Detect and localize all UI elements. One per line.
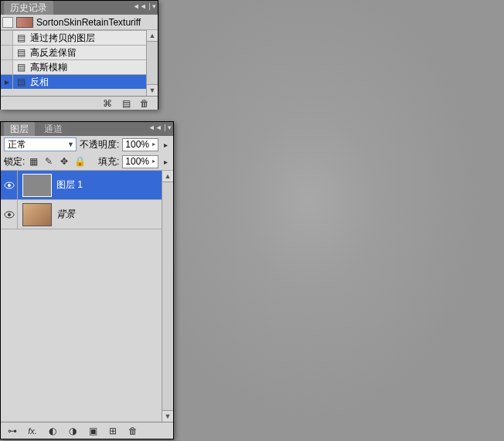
visibility-toggle[interactable] — [1, 200, 18, 229]
svg-point-1 — [8, 184, 11, 187]
layer-thumb[interactable] — [22, 174, 52, 197]
snapshot-icon[interactable]: ⌘ — [102, 98, 113, 109]
history-step[interactable]: ▤ 高斯模糊 — [1, 59, 158, 74]
layers-scrollbar[interactable]: ▲ ▼ — [162, 171, 173, 422]
fill-value: 100% — [125, 156, 149, 167]
visibility-toggle[interactable] — [1, 171, 18, 199]
history-step[interactable]: ▤ 高反差保留 — [1, 45, 158, 59]
history-tab[interactable]: 历史记录 — [4, 1, 53, 15]
trash-icon[interactable]: 🗑 — [128, 426, 138, 436]
trash-icon[interactable]: 🗑 — [139, 98, 150, 109]
history-step-label: 高反差保留 — [29, 46, 77, 59]
history-titlebar[interactable]: 历史记录 ◄◄ | ▾ — [1, 1, 158, 15]
fx-icon[interactable]: fx. — [27, 426, 38, 436]
panel-dock-controls[interactable]: ◄◄ | ▾ — [148, 124, 172, 131]
new-doc-icon[interactable]: ▤ — [121, 98, 131, 109]
opacity-label: 不透明度: — [80, 138, 119, 151]
layers-tab[interactable]: 图层 — [4, 122, 35, 136]
history-step-label: 反相 — [29, 76, 49, 89]
history-brush-gutter[interactable]: ▸ — [1, 75, 13, 89]
layer-name[interactable]: 图层 1 — [56, 178, 173, 192]
opacity-input[interactable]: 100% ▸ — [122, 138, 158, 151]
history-source-name: SortonSkinRetainTexturiff — [36, 17, 141, 28]
lock-paint-icon[interactable]: ✎ — [43, 156, 54, 167]
group-icon[interactable]: ▣ — [87, 426, 98, 436]
filter-icon: ▤ — [13, 62, 29, 73]
history-step-label: 高斯模糊 — [29, 61, 67, 74]
lock-move-icon[interactable]: ✥ — [59, 156, 70, 167]
filter-icon: ▤ — [13, 47, 29, 58]
fill-label: 填充: — [98, 155, 119, 168]
blend-mode-value: 正常 — [8, 138, 26, 151]
history-step[interactable]: ▤ 通过拷贝的图层 — [1, 30, 158, 45]
history-source-row[interactable]: SortonSkinRetainTexturiff — [1, 15, 158, 30]
layer-list: 图层 1 背景 🔒 ▲ ▼ — [1, 171, 173, 422]
layers-panel: 图层 通道 ◄◄ | ▾ 正常 ▼ 不透明度: 100% ▸ ▸ 锁定: ▦ ✎… — [0, 121, 174, 439]
mask-icon[interactable]: ◐ — [47, 426, 58, 436]
channels-tab[interactable]: 通道 — [38, 122, 69, 136]
history-footer: ⌘ ▤ 🗑 — [1, 96, 158, 110]
link-layers-icon[interactable]: ⊶ — [7, 426, 18, 436]
history-brush-gutter[interactable] — [1, 31, 13, 45]
layer-name[interactable]: 背景 — [56, 208, 158, 221]
history-source-checkbox[interactable] — [2, 17, 13, 28]
layer-copy-icon: ▤ — [13, 32, 29, 43]
scroll-up-icon[interactable]: ▲ — [147, 30, 158, 42]
history-step-selected[interactable]: ▸ ▤ 反相 — [1, 74, 158, 89]
history-source-thumb — [16, 17, 33, 28]
history-brush-gutter[interactable] — [1, 46, 13, 59]
opacity-value: 100% — [125, 139, 149, 150]
scroll-down-icon[interactable]: ▼ — [162, 410, 173, 422]
chevron-down-icon: ▼ — [67, 141, 74, 148]
fill-input[interactable]: 100% ▸ — [122, 155, 158, 168]
history-panel: 历史记录 ◄◄ | ▾ SortonSkinRetainTexturiff ▤ … — [0, 0, 158, 110]
layers-footer: ⊶ fx. ◐ ◑ ▣ ⊞ 🗑 — [1, 422, 173, 439]
lock-all-icon[interactable]: 🔒 — [74, 156, 85, 167]
invert-icon: ▤ — [13, 76, 29, 87]
history-brush-gutter[interactable] — [1, 60, 13, 74]
fill-flyout-icon[interactable]: ▸ — [162, 158, 170, 166]
scroll-down-icon[interactable]: ▼ — [147, 84, 158, 96]
blend-mode-select[interactable]: 正常 ▼ — [4, 137, 77, 151]
layer-row[interactable]: 背景 🔒 — [1, 200, 173, 229]
layers-titlebar[interactable]: 图层 通道 ◄◄ | ▾ — [1, 122, 173, 136]
history-body: SortonSkinRetainTexturiff ▤ 通过拷贝的图层 ▤ 高反… — [1, 15, 158, 96]
history-scrollbar[interactable]: ▲ ▼ — [146, 30, 158, 96]
adjustment-icon[interactable]: ◑ — [67, 426, 78, 436]
panel-dock-controls[interactable]: ◄◄ | ▾ — [133, 2, 156, 10]
layer-thumb[interactable] — [22, 203, 52, 226]
lock-transparency-icon[interactable]: ▦ — [28, 156, 39, 167]
layers-controls: 正常 ▼ 不透明度: 100% ▸ ▸ 锁定: ▦ ✎ ✥ 🔒 填充: 100%… — [1, 136, 173, 171]
history-step-label: 通过拷贝的图层 — [29, 32, 95, 45]
lock-buttons: ▦ ✎ ✥ 🔒 — [28, 156, 85, 167]
scroll-up-icon[interactable]: ▲ — [162, 171, 173, 182]
opacity-flyout-icon[interactable]: ▸ — [162, 141, 170, 149]
svg-point-3 — [8, 213, 11, 216]
spinner-icon[interactable]: ▸ — [152, 141, 155, 148]
spinner-icon[interactable]: ▸ — [152, 158, 155, 165]
new-layer-icon[interactable]: ⊞ — [107, 426, 118, 436]
layer-row-selected[interactable]: 图层 1 — [1, 171, 173, 200]
lock-label: 锁定: — [4, 155, 25, 168]
